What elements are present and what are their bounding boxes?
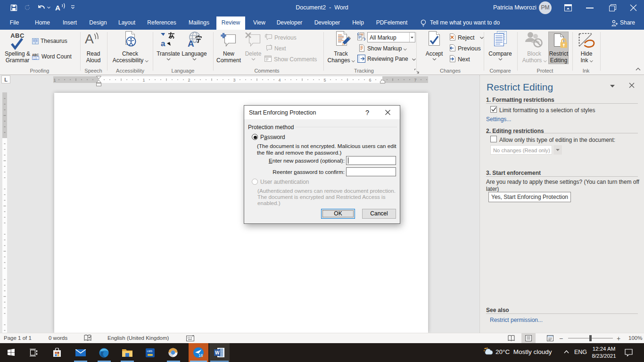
svg-text:a: a [161,39,165,48]
svg-text:W: W [215,350,220,355]
svg-text:1: 1 [142,78,145,82]
svg-text:123: 123 [33,57,37,60]
svg-text:A: A [188,39,194,48]
svg-text:6: 6 [369,78,371,82]
svg-text:4: 4 [278,78,281,82]
svg-text:7: 7 [414,78,416,82]
svg-text:2: 2 [188,78,190,82]
svg-text:LMS: LMS [147,350,153,353]
svg-text:16: 16 [198,353,203,358]
svg-text:5: 5 [323,78,326,82]
svg-text:3: 3 [233,78,235,82]
svg-text:ABC: ABC [32,53,39,57]
svg-text:1: 1 [53,78,56,82]
